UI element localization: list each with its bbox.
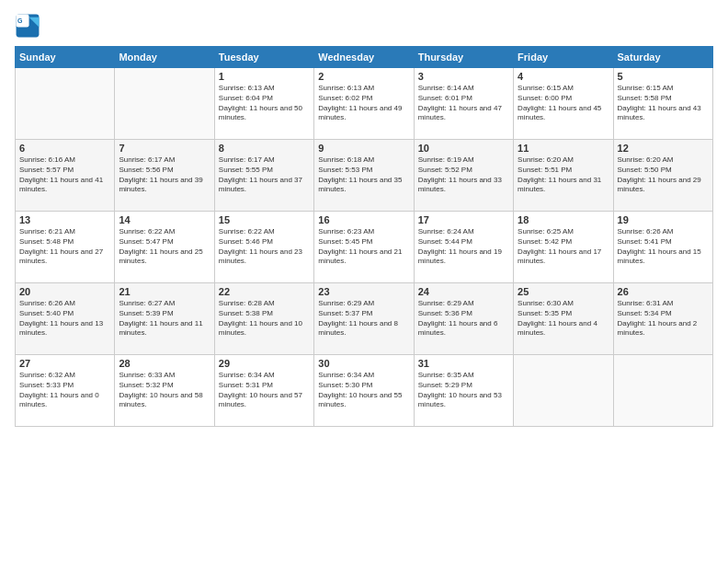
day-cell: 5Sunrise: 6:15 AMSunset: 5:58 PMDaylight… — [613, 68, 712, 140]
daylight-hours: Daylight: 11 hours and 21 minutes. — [318, 247, 402, 266]
daylight-hours: Daylight: 11 hours and 17 minutes. — [518, 247, 601, 266]
day-content: Sunrise: 6:22 AMSunset: 5:47 PMDaylight:… — [119, 227, 210, 267]
day-content: Sunrise: 6:15 AMSunset: 5:58 PMDaylight:… — [618, 84, 709, 123]
day-cell: 28Sunrise: 6:33 AMSunset: 5:32 PMDayligh… — [115, 355, 214, 427]
day-cell: 17Sunrise: 6:24 AMSunset: 5:44 PMDayligh… — [414, 212, 513, 283]
day-content: Sunrise: 6:14 AMSunset: 6:01 PMDaylight:… — [418, 84, 509, 123]
day-content: Sunrise: 6:21 AMSunset: 5:48 PMDaylight:… — [19, 227, 110, 267]
day-number: 31 — [418, 358, 509, 369]
col-header-friday: Friday — [514, 47, 613, 68]
day-number: 25 — [518, 286, 609, 297]
day-cell: 12Sunrise: 6:20 AMSunset: 5:50 PMDayligh… — [613, 140, 712, 212]
logo: G — [15, 13, 44, 39]
day-content: Sunrise: 6:22 AMSunset: 5:46 PMDaylight:… — [219, 227, 310, 267]
day-cell: 29Sunrise: 6:34 AMSunset: 5:31 PMDayligh… — [214, 355, 313, 427]
day-cell: 20Sunrise: 6:26 AMSunset: 5:40 PMDayligh… — [16, 283, 115, 355]
day-cell — [514, 355, 613, 427]
day-cell: 24Sunrise: 6:29 AMSunset: 5:36 PMDayligh… — [414, 283, 513, 355]
day-cell: 13Sunrise: 6:21 AMSunset: 5:48 PMDayligh… — [16, 212, 115, 283]
day-cell: 16Sunrise: 6:23 AMSunset: 5:45 PMDayligh… — [314, 212, 414, 283]
week-row-5: 27Sunrise: 6:32 AMSunset: 5:33 PMDayligh… — [16, 355, 713, 427]
day-content: Sunrise: 6:31 AMSunset: 5:34 PMDaylight:… — [618, 299, 709, 339]
day-number: 24 — [418, 286, 509, 297]
day-number: 6 — [19, 143, 110, 154]
day-cell: 30Sunrise: 6:34 AMSunset: 5:30 PMDayligh… — [314, 355, 414, 427]
day-content: Sunrise: 6:34 AMSunset: 5:30 PMDaylight:… — [318, 371, 409, 410]
day-number: 13 — [19, 214, 110, 225]
day-number: 26 — [618, 286, 709, 297]
day-cell: 31Sunrise: 6:35 AMSunset: 5:29 PMDayligh… — [414, 355, 513, 427]
day-content: Sunrise: 6:24 AMSunset: 5:44 PMDaylight:… — [418, 227, 509, 267]
day-content: Sunrise: 6:23 AMSunset: 5:45 PMDaylight:… — [318, 227, 409, 267]
day-content: Sunrise: 6:30 AMSunset: 5:35 PMDaylight:… — [518, 299, 609, 339]
daylight-hours: Daylight: 11 hours and 2 minutes. — [618, 319, 698, 338]
day-number: 1 — [219, 71, 310, 82]
day-content: Sunrise: 6:20 AMSunset: 5:51 PMDaylight:… — [518, 155, 609, 195]
week-row-2: 6Sunrise: 6:16 AMSunset: 5:57 PMDaylight… — [16, 140, 713, 212]
day-content: Sunrise: 6:26 AMSunset: 5:40 PMDaylight:… — [19, 299, 110, 339]
day-content: Sunrise: 6:18 AMSunset: 5:53 PMDaylight:… — [318, 155, 409, 195]
day-cell: 22Sunrise: 6:28 AMSunset: 5:38 PMDayligh… — [214, 283, 313, 355]
col-header-thursday: Thursday — [414, 47, 513, 68]
week-row-4: 20Sunrise: 6:26 AMSunset: 5:40 PMDayligh… — [16, 283, 713, 355]
day-content: Sunrise: 6:17 AMSunset: 5:55 PMDaylight:… — [219, 155, 310, 195]
day-cell: 14Sunrise: 6:22 AMSunset: 5:47 PMDayligh… — [115, 212, 214, 283]
day-number: 21 — [119, 286, 210, 297]
daylight-hours: Daylight: 10 hours and 55 minutes. — [318, 391, 402, 409]
day-number: 17 — [418, 214, 509, 225]
day-content: Sunrise: 6:17 AMSunset: 5:56 PMDaylight:… — [119, 155, 210, 195]
week-row-3: 13Sunrise: 6:21 AMSunset: 5:48 PMDayligh… — [16, 212, 713, 283]
day-number: 11 — [518, 143, 609, 154]
col-header-wednesday: Wednesday — [314, 47, 414, 68]
day-content: Sunrise: 6:25 AMSunset: 5:42 PMDaylight:… — [518, 227, 609, 267]
day-number: 8 — [219, 143, 310, 154]
day-cell: 8Sunrise: 6:17 AMSunset: 5:55 PMDaylight… — [214, 140, 313, 212]
day-cell: 27Sunrise: 6:32 AMSunset: 5:33 PMDayligh… — [16, 355, 115, 427]
daylight-hours: Daylight: 11 hours and 27 minutes. — [19, 247, 103, 266]
day-content: Sunrise: 6:13 AMSunset: 6:04 PMDaylight:… — [219, 84, 310, 123]
daylight-hours: Daylight: 11 hours and 29 minutes. — [618, 176, 701, 194]
day-cell: 6Sunrise: 6:16 AMSunset: 5:57 PMDaylight… — [16, 140, 115, 212]
day-cell: 21Sunrise: 6:27 AMSunset: 5:39 PMDayligh… — [115, 283, 214, 355]
daylight-hours: Daylight: 10 hours and 58 minutes. — [119, 391, 202, 409]
day-content: Sunrise: 6:28 AMSunset: 5:38 PMDaylight:… — [219, 299, 310, 339]
day-number: 12 — [618, 143, 709, 154]
day-content: Sunrise: 6:35 AMSunset: 5:29 PMDaylight:… — [418, 371, 509, 410]
day-cell: 4Sunrise: 6:15 AMSunset: 6:00 PMDaylight… — [514, 68, 613, 140]
day-number: 20 — [19, 286, 110, 297]
daylight-hours: Daylight: 11 hours and 10 minutes. — [219, 319, 302, 338]
day-cell: 25Sunrise: 6:30 AMSunset: 5:35 PMDayligh… — [514, 283, 613, 355]
daylight-hours: Daylight: 11 hours and 45 minutes. — [518, 104, 601, 122]
day-number: 15 — [219, 214, 310, 225]
day-number: 14 — [119, 214, 210, 225]
daylight-hours: Daylight: 11 hours and 8 minutes. — [318, 319, 398, 338]
col-header-saturday: Saturday — [613, 47, 712, 68]
logo-icon: G — [15, 13, 40, 39]
daylight-hours: Daylight: 10 hours and 57 minutes. — [219, 391, 302, 409]
day-cell: 3Sunrise: 6:14 AMSunset: 6:01 PMDaylight… — [414, 68, 513, 140]
daylight-hours: Daylight: 11 hours and 4 minutes. — [518, 319, 597, 338]
header-row: SundayMondayTuesdayWednesdayThursdayFrid… — [16, 47, 713, 68]
day-content: Sunrise: 6:34 AMSunset: 5:31 PMDaylight:… — [219, 371, 310, 410]
day-content: Sunrise: 6:13 AMSunset: 6:02 PMDaylight:… — [318, 84, 409, 123]
daylight-hours: Daylight: 11 hours and 0 minutes. — [19, 391, 99, 409]
col-header-tuesday: Tuesday — [214, 47, 313, 68]
day-number: 16 — [318, 214, 409, 225]
calendar-table: SundayMondayTuesdayWednesdayThursdayFrid… — [15, 46, 713, 427]
daylight-hours: Daylight: 11 hours and 33 minutes. — [418, 176, 502, 194]
day-content: Sunrise: 6:26 AMSunset: 5:41 PMDaylight:… — [618, 227, 709, 267]
day-cell — [613, 355, 712, 427]
day-number: 4 — [518, 71, 609, 82]
day-content: Sunrise: 6:33 AMSunset: 5:32 PMDaylight:… — [119, 371, 210, 410]
day-cell — [16, 68, 115, 140]
day-number: 2 — [318, 71, 409, 82]
daylight-hours: Daylight: 11 hours and 13 minutes. — [19, 319, 103, 338]
daylight-hours: Daylight: 11 hours and 19 minutes. — [418, 247, 502, 266]
day-number: 7 — [119, 143, 210, 154]
daylight-hours: Daylight: 11 hours and 6 minutes. — [418, 319, 498, 338]
col-header-sunday: Sunday — [16, 47, 115, 68]
daylight-hours: Daylight: 11 hours and 49 minutes. — [318, 104, 402, 122]
day-content: Sunrise: 6:16 AMSunset: 5:57 PMDaylight:… — [19, 155, 110, 195]
day-number: 19 — [618, 214, 709, 225]
day-cell: 23Sunrise: 6:29 AMSunset: 5:37 PMDayligh… — [314, 283, 414, 355]
